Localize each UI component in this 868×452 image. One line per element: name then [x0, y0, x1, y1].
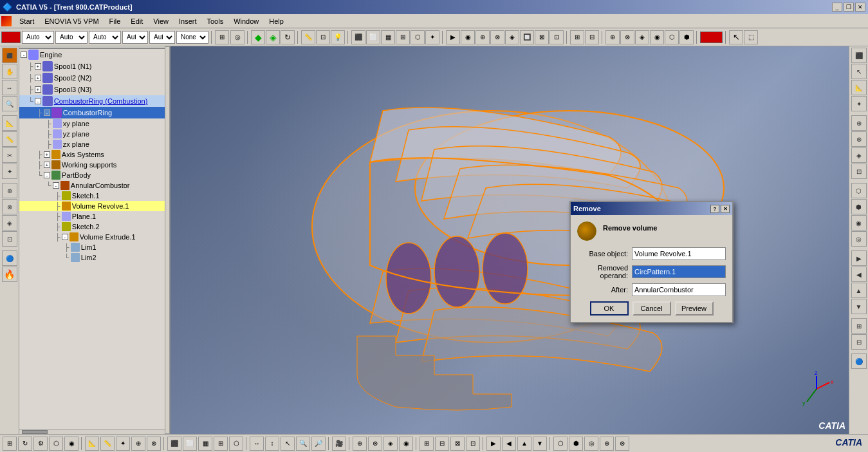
rt9[interactable]: ⬡	[851, 183, 867, 198]
rt5[interactable]: ⊕	[851, 115, 867, 131]
t5[interactable]: ⬡	[411, 30, 425, 44]
tree-item-workingsupports[interactable]: ├ + Working supports	[19, 160, 170, 170]
left-btn-14[interactable]: 🔥	[2, 267, 17, 282]
bt25[interactable]: ◉	[399, 437, 413, 451]
rt16[interactable]: ▼	[851, 299, 867, 314]
tree-item-spool1[interactable]: ├ + Spool1 (N1)	[19, 61, 170, 72]
rt19[interactable]: 🔵	[851, 353, 867, 369]
tree-item-lim1[interactable]: ├ Lim1	[19, 242, 170, 252]
left-btn-4[interactable]: 🔍	[2, 96, 17, 111]
tree-item-combustorring[interactable]: ├ - CombustorRing	[19, 107, 170, 118]
rt11[interactable]: ◉	[851, 215, 867, 231]
style-dropdown-1[interactable]: Auto	[22, 31, 54, 44]
section-btn[interactable]: ⊡	[316, 30, 330, 44]
after-input[interactable]	[632, 283, 726, 296]
tree-item-zxplane[interactable]: ├ zx plane	[19, 139, 170, 149]
menu-view[interactable]: View	[148, 16, 174, 26]
magnet-btn[interactable]: ◎	[230, 30, 245, 44]
bt27[interactable]: ⊟	[435, 437, 449, 451]
bt9[interactable]: ⊕	[131, 437, 145, 451]
w6[interactable]: ⬢	[679, 30, 694, 44]
tree-item-xyplane[interactable]: ├ xy plane	[19, 118, 170, 129]
bt36[interactable]: ◎	[584, 437, 598, 451]
tree-item-volumerevolve1[interactable]: ├ Volume Revolve.1	[19, 201, 170, 211]
tree-item-yzplane[interactable]: ├ yz plane	[19, 129, 170, 139]
style-dropdown-4[interactable]: Aut	[122, 31, 148, 44]
u3[interactable]: ⊕	[476, 30, 490, 44]
tree-item-spool3[interactable]: ├ + Spool3 (N3)	[19, 84, 170, 95]
w3[interactable]: ◈	[635, 30, 649, 44]
color-indicator[interactable]	[1, 32, 21, 43]
tree-item-spool2[interactable]: ├ + Spool2 (N2)	[19, 72, 170, 84]
rt13[interactable]: ▶	[851, 250, 867, 266]
cancel-button[interactable]: Cancel	[633, 301, 671, 315]
rt12[interactable]: ◎	[851, 231, 867, 247]
viewport[interactable]: x y z CATIA Remove ? ✕	[171, 46, 849, 434]
bt23[interactable]: ⊗	[368, 437, 382, 451]
rt4[interactable]: ✦	[851, 96, 867, 111]
t6[interactable]: ✦	[425, 30, 439, 44]
titlebar-controls[interactable]: _ ❐ ✕	[832, 3, 865, 12]
select-area-btn[interactable]: ⬚	[744, 30, 758, 44]
v2[interactable]: ⊟	[585, 30, 599, 44]
bt7[interactable]: 📏	[100, 437, 115, 451]
bt35[interactable]: ⬢	[569, 437, 583, 451]
rt6[interactable]: ⊗	[851, 131, 867, 147]
bt16[interactable]: ↔	[250, 437, 264, 451]
rt15[interactable]: ▲	[851, 283, 867, 298]
bt12[interactable]: ⬜	[183, 437, 197, 451]
bt11[interactable]: ⬛	[167, 437, 181, 451]
w2[interactable]: ⊗	[620, 30, 634, 44]
bt28[interactable]: ⊠	[450, 437, 465, 451]
menu-insert[interactable]: Insert	[174, 16, 202, 26]
bt18[interactable]: ↖	[281, 437, 295, 451]
preview-button[interactable]: Preview	[675, 301, 714, 315]
menu-enovia[interactable]: ENOVIA V5 VPM	[39, 16, 104, 26]
menu-file[interactable]: File	[104, 16, 126, 26]
tree-scrollbar[interactable]	[165, 46, 170, 434]
bt2[interactable]: ↻	[18, 437, 32, 451]
left-btn-1[interactable]: ⬛	[2, 48, 17, 63]
style-dropdown-6[interactable]: None	[176, 31, 208, 44]
bt30[interactable]: ▶	[486, 437, 501, 451]
menu-start[interactable]: Start	[14, 16, 39, 26]
bt21[interactable]: 🎥	[332, 437, 346, 451]
u7[interactable]: ⊠	[535, 30, 549, 44]
base-object-input[interactable]	[632, 247, 726, 260]
rt8[interactable]: ⊡	[851, 164, 867, 179]
w4[interactable]: ◉	[650, 30, 664, 44]
tree-item-volumeextrude1[interactable]: ├ - Volume Extrude.1	[19, 232, 170, 242]
bt26[interactable]: ⊞	[420, 437, 434, 451]
rt14[interactable]: ◀	[851, 267, 867, 282]
t3[interactable]: ▦	[381, 30, 395, 44]
green-snap-2[interactable]: ◈	[266, 30, 280, 44]
menu-tools[interactable]: Tools	[201, 16, 228, 26]
left-btn-11[interactable]: ◈	[2, 215, 17, 231]
bt29[interactable]: ⊡	[466, 437, 480, 451]
bt20[interactable]: 🔎	[311, 437, 326, 451]
color-indicator-2[interactable]	[700, 32, 723, 43]
dialog-help-button[interactable]: ?	[710, 205, 719, 213]
u5[interactable]: ◈	[505, 30, 519, 44]
left-btn-7[interactable]: ✂	[2, 147, 17, 163]
u1[interactable]: ▶	[446, 30, 460, 44]
left-btn-2[interactable]: ✋	[2, 64, 17, 79]
menu-edit[interactable]: Edit	[125, 16, 148, 26]
tree-item-sketch2[interactable]: ├ Sketch.2	[19, 221, 170, 232]
v1[interactable]: ⊞	[570, 30, 584, 44]
bt34[interactable]: ⬡	[553, 437, 568, 451]
tree-item-axissystems[interactable]: ├ + Axis Systems	[19, 149, 170, 160]
tree-hscrollbar[interactable]	[19, 429, 165, 434]
tree-item-plane1[interactable]: ├ Plane.1	[19, 211, 170, 221]
tree-item-annularcombustor[interactable]: └ - AnnularCombustor	[19, 180, 170, 191]
snap-btn[interactable]: ⊞	[215, 30, 229, 44]
w1[interactable]: ⊕	[605, 30, 620, 44]
left-btn-3[interactable]: ↔	[2, 80, 17, 95]
minimize-button[interactable]: _	[832, 3, 842, 12]
bt4[interactable]: ⬡	[49, 437, 63, 451]
bt14[interactable]: ⊞	[214, 437, 228, 451]
left-btn-5[interactable]: 📐	[2, 115, 17, 131]
t4[interactable]: ⊞	[396, 30, 410, 44]
rt7[interactable]: ◈	[851, 147, 867, 163]
removed-operand-input[interactable]	[632, 265, 726, 278]
